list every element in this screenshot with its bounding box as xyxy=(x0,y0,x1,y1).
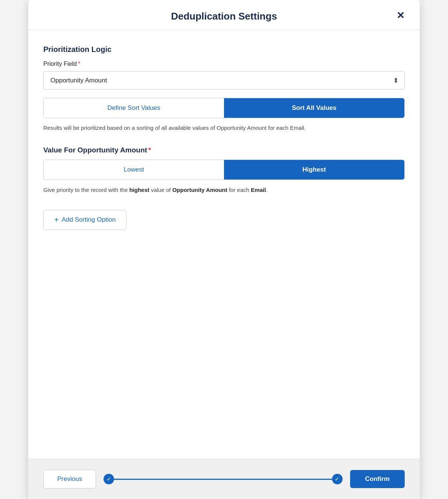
required-star: * xyxy=(78,61,80,67)
priority-field-select[interactable]: Opportunity Amount xyxy=(43,71,405,90)
value-toggle-group: Lowest Highest xyxy=(43,160,405,180)
modal-header: Deduplication Settings ✕ xyxy=(28,0,420,30)
modal-footer: Previous ✓ ✓ Confirm xyxy=(28,459,420,499)
modal-title: Deduplication Settings xyxy=(171,11,277,22)
close-button[interactable]: ✕ xyxy=(393,9,408,22)
confirm-button[interactable]: Confirm xyxy=(350,470,405,488)
progress-dot-end: ✓ xyxy=(332,474,343,484)
value-section-title: Value For Opportunity Amount* xyxy=(43,146,405,154)
define-sort-values-button[interactable]: Define Sort Values xyxy=(44,98,224,118)
lowest-button[interactable]: Lowest xyxy=(44,160,224,180)
prioritization-logic-section: Prioritization Logic Priority Field* Opp… xyxy=(43,45,405,230)
progress-dot-start: ✓ xyxy=(104,474,114,484)
priority-description: Give priority to the record with the hig… xyxy=(43,185,405,195)
priority-value: highest xyxy=(129,187,149,193)
check-icon-end: ✓ xyxy=(335,476,340,482)
priority-field-name: Opportunity Amount xyxy=(172,187,227,193)
modal-body: Prioritization Logic Priority Field* Opp… xyxy=(28,30,420,459)
sort-description: Results will be prioritized based on a s… xyxy=(43,123,405,132)
value-required-star: * xyxy=(148,146,151,154)
priority-key: Email xyxy=(251,187,266,193)
priority-field-label: Priority Field* xyxy=(43,61,405,67)
add-sorting-option-button[interactable]: + Add Sorting Option xyxy=(43,210,126,230)
priority-field-select-wrapper: Opportunity Amount ⬍ xyxy=(43,71,405,90)
progress-bar: ✓ ✓ xyxy=(104,474,343,484)
section-title: Prioritization Logic xyxy=(43,45,405,54)
previous-button[interactable]: Previous xyxy=(43,470,96,488)
progress-line xyxy=(114,479,332,480)
sort-toggle-group: Define Sort Values Sort All Values xyxy=(43,98,405,118)
deduplication-settings-modal: Deduplication Settings ✕ Prioritization … xyxy=(28,0,420,499)
plus-icon: + xyxy=(54,216,59,224)
highest-button[interactable]: Highest xyxy=(224,160,404,180)
value-section: Value For Opportunity Amount* Lowest Hig… xyxy=(43,146,405,195)
check-icon-start: ✓ xyxy=(107,476,111,482)
sort-all-values-button[interactable]: Sort All Values xyxy=(224,98,404,118)
add-sorting-label: Add Sorting Option xyxy=(62,216,116,224)
